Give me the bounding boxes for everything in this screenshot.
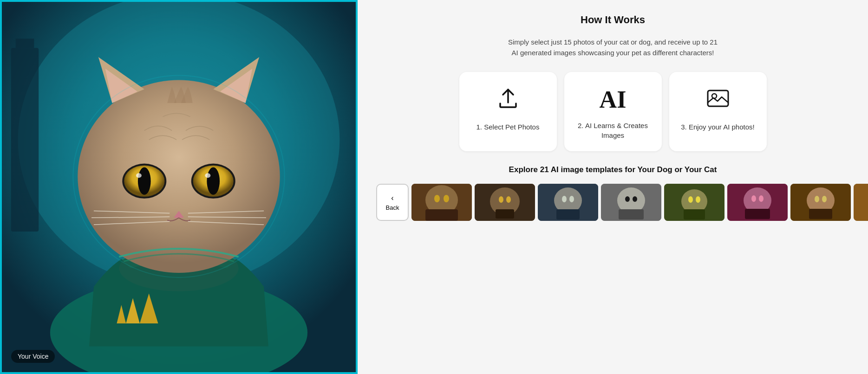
svg-rect-30 [708,90,728,106]
svg-rect-39 [496,209,514,219]
thumbnail-3[interactable] [538,184,598,221]
svg-point-60 [759,195,764,202]
svg-point-9 [78,80,280,273]
back-button[interactable]: ‹ Back [376,184,409,221]
step-1-card: 1. Select Pet Photos [459,72,557,151]
svg-rect-51 [619,209,644,219]
svg-point-50 [633,196,637,202]
svg-point-64 [815,196,819,202]
your-voice-badge: Your Voice [11,350,55,363]
svg-point-49 [625,196,630,202]
image-icon [705,86,731,115]
left-panel: Your Voice [0,0,358,374]
svg-point-21 [205,173,210,178]
svg-point-40 [499,196,503,203]
thumbnail-7[interactable] [790,184,851,221]
steps-container: 1. Select Pet Photos AI 2. AI Learns & C… [376,72,849,151]
thumbnail-6[interactable] [727,184,788,221]
step-1-label: 1. Select Pet Photos [476,122,540,132]
thumbnails-row: ‹ Back [376,184,849,221]
svg-point-17 [136,173,142,178]
svg-rect-66 [809,209,832,219]
svg-point-20 [207,167,220,194]
svg-rect-61 [745,209,770,219]
svg-point-55 [696,196,700,203]
svg-rect-67 [854,184,868,221]
ai-icon: AI [600,86,627,113]
thumbnail-2[interactable] [475,184,535,221]
svg-point-35 [444,195,449,202]
thumbnail-8[interactable] [854,184,868,221]
svg-point-65 [822,196,827,202]
svg-point-16 [138,167,151,194]
thumbnail-5[interactable] [664,184,724,221]
svg-point-45 [569,196,574,202]
thumbnail-4[interactable] [601,184,661,221]
step-3-label: 3. Enjoy your AI photos! [681,122,754,132]
svg-rect-2 [11,48,39,232]
cat-portrait-svg [2,2,356,372]
svg-rect-3 [16,39,34,48]
svg-point-34 [434,195,440,202]
explore-title: Explore 21 AI image templates for Your D… [376,165,849,174]
how-it-works-title: How It Works [376,14,849,26]
svg-rect-56 [684,209,705,219]
step-3-card: 3. Enjoy your AI photos! [669,72,767,151]
svg-point-59 [751,195,756,202]
svg-point-44 [562,196,567,202]
thumbnail-1[interactable] [411,184,472,221]
back-button-label: Back [386,204,399,211]
explore-section: Explore 21 AI image templates for Your D… [376,161,849,174]
pet-image [2,2,356,372]
step-2-card: AI 2. AI Learns & Creates Images [564,72,662,151]
svg-rect-36 [425,209,458,221]
upload-icon [496,86,521,115]
back-arrow-icon: ‹ [391,194,393,202]
svg-point-54 [688,196,693,203]
svg-rect-46 [556,209,580,219]
svg-point-41 [506,196,511,203]
how-it-works-description: Simply select just 15 photos of your cat… [376,37,849,58]
your-voice-text: Your Voice [18,353,48,360]
svg-point-31 [712,94,717,98]
right-panel: How It Works Simply select just 15 photo… [358,0,868,374]
how-it-works-section: How It Works [376,14,849,28]
step-2-label: 2. AI Learns & Creates Images [574,121,653,140]
